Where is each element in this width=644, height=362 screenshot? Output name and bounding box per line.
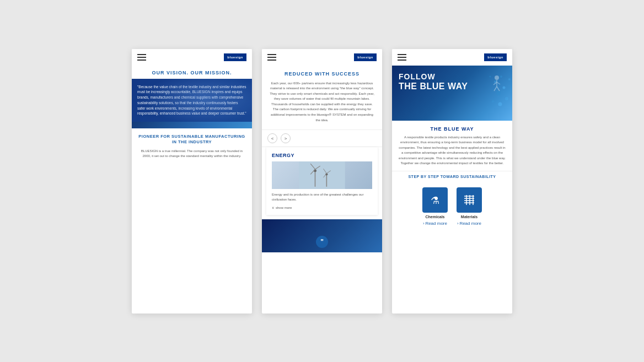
screen2-header: bluesign (262, 49, 382, 66)
screen1-image-overlay (132, 79, 252, 128)
hamburger-icon[interactable] (137, 54, 146, 61)
chemicals-item: ⚗ Chemicals › Read more (422, 187, 448, 226)
blue-way-body: A responsible textile products industry … (392, 135, 512, 171)
svg-point-18 (490, 75, 491, 77)
svg-line-23 (497, 82, 500, 84)
card-body: Energy and its production is one of the … (272, 192, 372, 202)
screen2-title: REDUCED WITH SUCCESS (262, 66, 382, 81)
screen3-header: bluesign (392, 49, 512, 66)
screen1-hero-image: "Because the value chain of the textile … (132, 79, 252, 128)
screen1-pioneer-title: PIONEER FOR SUSTAINABLE MANUFACTURING IN… (132, 128, 252, 149)
card-title: ENERGY (272, 153, 372, 158)
screen1-header: bluesign (132, 49, 252, 66)
materials-label: Materials (461, 215, 477, 219)
chevron-right-materials: › (457, 221, 459, 226)
hero-decoration (468, 66, 512, 121)
chemicals-label: Chemicals (425, 215, 444, 219)
hero-text: FOLLOW THE BLUE WAY (399, 72, 468, 92)
card-image (272, 161, 372, 189)
chemicals-read-more-label: Read more (425, 221, 447, 226)
chemicals-read-more[interactable]: › Read more (423, 221, 447, 226)
screen2-energy-card: ENERGY Energy and its production is one … (266, 147, 378, 215)
svg-point-12 (500, 75, 502, 78)
chemicals-icon: ⚗ (427, 192, 443, 208)
svg-point-13 (496, 91, 501, 95)
bluesign-logo-2: bluesign (354, 53, 377, 61)
bluesign-logo-1: bluesign (224, 53, 246, 61)
blue-way-title: THE BLUE WAY (392, 121, 512, 135)
screen-1: bluesign OUR VISION. OUR MISSION. "Becau… (132, 49, 252, 314)
svg-text:⚗: ⚗ (431, 195, 439, 206)
next-button[interactable]: > (281, 133, 291, 143)
icons-row: ⚗ Chemicals › Read more (392, 182, 512, 229)
materials-read-more[interactable]: › Read more (457, 221, 481, 226)
screen3-hero: FOLLOW THE BLUE WAY (392, 66, 512, 121)
svg-point-15 (505, 97, 508, 100)
hero-follow: FOLLOW (399, 72, 468, 82)
screen-2: bluesign REDUCED WITH SUCCESS Each year,… (262, 49, 382, 314)
materials-icon-box (457, 187, 482, 213)
chevron-right-chemicals: › (423, 221, 425, 226)
prev-button[interactable]: < (267, 133, 277, 143)
chevron-down-icon: ∨ (272, 206, 274, 209)
svg-point-16 (492, 100, 494, 102)
screen2-body: Each year, our 600+ partners ensure that… (262, 81, 382, 130)
screen1-title: OUR VISION. OUR MISSION. (132, 66, 252, 79)
svg-point-19 (508, 78, 511, 80)
svg-point-20 (495, 75, 499, 80)
screen2-nav-row: < > (262, 129, 382, 147)
show-more-label: show more (276, 206, 292, 209)
svg-point-17 (498, 102, 502, 106)
svg-rect-0 (299, 161, 345, 189)
svg-line-24 (494, 87, 497, 91)
quote-icon: " (316, 236, 328, 248)
chemicals-icon-box: ⚗ (422, 187, 448, 213)
hamburger-icon-3[interactable] (398, 54, 406, 61)
svg-rect-28 (462, 193, 476, 207)
materials-read-more-label: Read more (459, 221, 481, 226)
bluesign-logo-3: bluesign (484, 53, 507, 61)
show-more-button[interactable]: ∨ show more (272, 206, 372, 209)
screen1-pioneer-body: BLUESIGN is a true millennial. The compa… (132, 149, 252, 164)
svg-line-25 (497, 87, 500, 91)
screens-container: bluesign OUR VISION. OUR MISSION. "Becau… (115, 33, 529, 330)
materials-item: Materials › Read more (457, 187, 482, 226)
sustainability-title: STEP BY STEP TOWARD SUSTAINABILITY (392, 171, 512, 182)
hero-blue-way: THE BLUE WAY (399, 81, 468, 91)
screen2-bottom: " (262, 219, 382, 252)
hamburger-icon-2[interactable] (267, 54, 276, 61)
materials-icon (461, 192, 477, 208)
screen-3: bluesign FOLLOW THE BLUE WAY (392, 49, 512, 314)
svg-point-14 (503, 86, 506, 89)
